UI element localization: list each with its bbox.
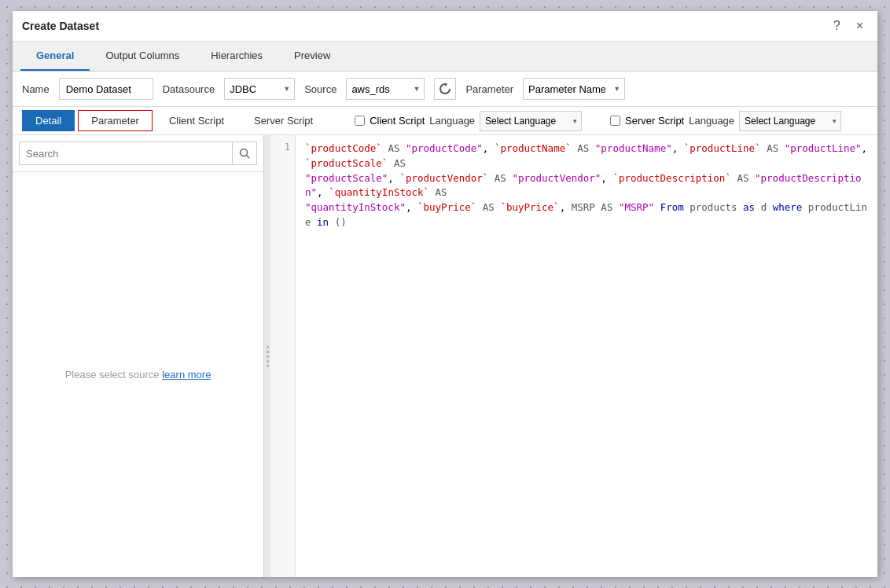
client-script-option: Client Script Language Select Language xyxy=(355,111,582,131)
search-input[interactable] xyxy=(19,141,233,165)
title-bar: Create Dataset ? × xyxy=(13,11,877,42)
client-language-select[interactable]: Select Language xyxy=(480,111,582,131)
left-panel: Please select source learn more xyxy=(13,135,264,577)
main-tabs: General Output Columns Hierarchies Previ… xyxy=(13,42,877,72)
svg-line-1 xyxy=(247,156,250,159)
title-actions: ? × xyxy=(829,17,868,35)
subtab-server-script[interactable]: Server Script xyxy=(241,110,326,131)
resize-dot-2 xyxy=(267,351,269,353)
search-button[interactable] xyxy=(233,141,257,165)
source-select[interactable]: aws_rds xyxy=(346,78,425,100)
resize-dot-4 xyxy=(267,360,269,362)
datasource-select[interactable]: JDBC xyxy=(224,78,295,100)
subtab-parameter[interactable]: Parameter xyxy=(78,110,153,131)
svg-point-0 xyxy=(241,149,248,156)
server-script-option: Server Script Language Select Language xyxy=(610,111,841,131)
parameter-label: Parameter xyxy=(465,83,513,95)
refresh-icon xyxy=(439,83,451,94)
server-language-wrapper: Select Language xyxy=(739,111,841,131)
close-button[interactable]: × xyxy=(851,17,868,35)
search-box xyxy=(13,135,263,172)
refresh-button[interactable] xyxy=(434,78,456,100)
server-language-label: Language xyxy=(689,115,734,127)
line-numbers: 1 xyxy=(270,135,296,577)
content-area: Please select source learn more xyxy=(13,135,877,577)
subtab-client-script[interactable]: Client Script xyxy=(156,110,237,131)
code-editor: 1 `productCode` AS "productCode", `produ… xyxy=(270,135,877,577)
tab-general[interactable]: General xyxy=(20,42,90,71)
left-panel-body: Please select source learn more xyxy=(13,172,263,577)
tab-preview[interactable]: Preview xyxy=(278,42,346,71)
client-language-label: Language xyxy=(429,115,475,127)
resize-dot-3 xyxy=(267,355,269,358)
tab-output-columns[interactable]: Output Columns xyxy=(90,42,195,71)
create-dataset-dialog: Create Dataset ? × General Output Column… xyxy=(13,11,877,577)
source-select-wrapper: aws_rds xyxy=(346,78,425,100)
resize-dot-5 xyxy=(267,365,269,367)
please-select-text: Please select source learn more xyxy=(65,369,211,380)
help-button[interactable]: ? xyxy=(829,17,845,35)
tab-hierarchies[interactable]: Hierarchies xyxy=(195,42,278,71)
name-input[interactable] xyxy=(59,78,153,100)
subtab-detail[interactable]: Detail xyxy=(22,110,75,131)
client-script-label: Client Script xyxy=(370,115,425,127)
datasource-label: Datasource xyxy=(163,83,215,95)
resize-dots xyxy=(267,346,269,367)
server-script-checkbox[interactable] xyxy=(610,116,620,126)
dialog-title: Create Dataset xyxy=(22,20,99,32)
client-script-checkbox[interactable] xyxy=(355,116,365,126)
resize-dot-1 xyxy=(267,346,269,348)
server-language-select[interactable]: Select Language xyxy=(739,111,841,131)
search-icon xyxy=(239,148,250,159)
client-language-wrapper: Select Language xyxy=(480,111,582,131)
name-label: Name xyxy=(22,83,50,95)
datasource-select-wrapper: JDBC xyxy=(224,78,295,100)
resize-handle[interactable] xyxy=(264,135,270,577)
subtabs-row: Detail Parameter Client Script Server Sc… xyxy=(13,107,877,135)
parameter-select[interactable]: Parameter Name xyxy=(523,78,625,100)
source-label: Source xyxy=(304,83,337,95)
server-script-label: Server Script xyxy=(625,115,684,127)
learn-more-link[interactable]: learn more xyxy=(162,369,211,380)
line-number-1: 1 xyxy=(275,141,290,153)
parameter-select-wrapper: Parameter Name xyxy=(523,78,625,100)
form-row: Name Datasource JDBC Source aws_rds Pa xyxy=(13,72,877,107)
code-content[interactable]: `productCode` AS "productCode", `product… xyxy=(296,135,877,577)
